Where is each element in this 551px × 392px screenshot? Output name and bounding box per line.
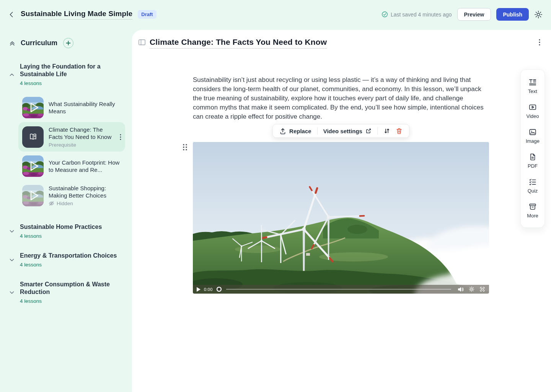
video-settings-button[interactable]: Video settings [322, 128, 373, 134]
save-status: Last saved 4 minutes ago [381, 11, 452, 18]
chevron-left-icon [8, 11, 15, 18]
player-settings-button[interactable] [469, 286, 474, 292]
kebab-menu-icon [120, 134, 121, 140]
palette-label: Video [526, 113, 539, 119]
playback-time: 0:00 [204, 287, 213, 292]
gear-icon [534, 10, 543, 19]
palette-label: Image [526, 138, 540, 144]
video-toolbar: Replace Video settings [272, 124, 409, 138]
replace-label: Replace [289, 128, 311, 134]
section-title: Smarter Consumption & Waste Reduction [20, 281, 118, 296]
video-thumbnail [22, 185, 44, 206]
lesson-title: Climate Change: The Facts You Need to Kn… [49, 126, 115, 140]
layout-panel-icon [139, 39, 145, 45]
text-block-icon [528, 78, 537, 87]
lesson-menu-button[interactable] [120, 134, 121, 140]
speaker-icon [458, 287, 464, 292]
curriculum-header: Curriculum [0, 38, 132, 48]
preview-button[interactable]: Preview [457, 8, 491, 21]
video-player[interactable]: 0:00 [193, 142, 489, 294]
scrubber-handle[interactable] [216, 286, 222, 292]
section-lesson-count: 4 lessons [20, 80, 118, 86]
chevron-down-icon [9, 228, 15, 234]
lesson-row[interactable]: What Sustainability Really Means [18, 93, 125, 122]
eye-off-icon [49, 201, 54, 206]
upload-icon [279, 127, 286, 134]
curriculum-title: Curriculum [21, 39, 57, 47]
fullscreen-button[interactable] [479, 286, 485, 292]
settings-gear-button[interactable] [534, 10, 543, 19]
video-frame-windfarm [193, 142, 489, 294]
collapse-all-button[interactable] [9, 40, 16, 47]
curriculum-section: Sustainable Home Practices 4 lessons [0, 223, 132, 239]
add-image-block-button[interactable]: Image [521, 124, 544, 149]
play-button[interactable] [197, 287, 201, 292]
video-settings-label: Video settings [323, 128, 362, 134]
open-book-icon [28, 132, 38, 142]
block-palette: Text Video Image PDF Quiz More [520, 69, 545, 228]
reading-tile [22, 126, 44, 148]
plus-icon [66, 41, 71, 46]
lesson-title: What Sustainability Really Means [49, 100, 121, 115]
page-title[interactable]: Climate Change: The Facts You Need to Kn… [150, 38, 327, 49]
publish-button[interactable]: Publish [496, 8, 529, 21]
section-title: Energy & Transportation Choices [20, 252, 118, 260]
section-title: Laying the Foundation for a Sustainable … [20, 63, 118, 78]
add-pdf-block-button[interactable]: PDF [521, 149, 544, 173]
play-icon [197, 287, 201, 292]
lesson-row-hidden[interactable]: Sustainable Shopping: Making Better Choi… [18, 181, 125, 210]
section-header[interactable]: Smarter Consumption & Waste Reduction 4 … [0, 281, 132, 304]
course-title[interactable]: Sustainable Living Made Simple [21, 10, 132, 20]
lesson-row[interactable]: Your Carbon Footprint: How to Measure an… [18, 152, 125, 181]
volume-button[interactable] [458, 287, 464, 292]
lesson-title: Sustainable Shopping: Making Better Choi… [49, 185, 121, 199]
more-blocks-icon [528, 203, 537, 211]
lesson-paragraph[interactable]: Sustainability isn’t just about recyclin… [193, 75, 489, 121]
drag-handle[interactable] [183, 144, 187, 152]
palette-label: PDF [528, 163, 538, 169]
palette-label: More [527, 213, 538, 219]
replace-button[interactable]: Replace [278, 127, 313, 134]
back-button[interactable] [8, 11, 15, 18]
lesson-tag: Prerequisite [49, 142, 115, 148]
lesson-options-button[interactable] [539, 39, 540, 46]
section-lesson-count: 4 lessons [20, 262, 118, 268]
section-header[interactable]: Sustainable Home Practices 4 lessons [0, 223, 132, 239]
add-quiz-block-button[interactable]: Quiz [521, 173, 544, 198]
curriculum-section: Smarter Consumption & Waste Reduction 4 … [0, 281, 132, 304]
chevron-up-icon [9, 72, 15, 78]
section-header[interactable]: Laying the Foundation for a Sustainable … [0, 63, 132, 86]
double-chevron-up-icon [9, 40, 16, 47]
pdf-block-icon [528, 153, 537, 161]
video-thumbnail [22, 155, 44, 177]
section-title: Sustainable Home Practices [20, 223, 118, 231]
video-block: Replace Video settings [193, 142, 489, 294]
lesson-list: What Sustainability Really Means Climate… [18, 93, 125, 210]
reorder-button[interactable] [382, 127, 392, 134]
toolbar-divider [317, 127, 318, 135]
lesson-tag: Hidden [57, 201, 73, 206]
fullscreen-icon [479, 286, 485, 292]
sort-arrows-icon [383, 127, 390, 134]
video-block-icon [528, 103, 537, 111]
chevron-down-icon [9, 257, 15, 263]
lesson-title: Your Carbon Footprint: How to Measure an… [49, 159, 121, 173]
quiz-block-icon [528, 178, 537, 186]
palette-label: Text [528, 88, 537, 94]
gear-icon [469, 286, 474, 292]
section-header[interactable]: Energy & Transportation Choices 4 lesson… [0, 252, 132, 268]
video-thumbnail [22, 97, 44, 118]
curriculum-section: Laying the Foundation for a Sustainable … [0, 63, 132, 210]
add-text-block-button[interactable]: Text [521, 74, 544, 99]
add-more-block-button[interactable]: More [521, 198, 544, 223]
lesson-row-selected[interactable]: Climate Change: The Facts You Need to Kn… [18, 122, 125, 152]
progress-bar[interactable] [226, 289, 451, 290]
trash-icon [396, 127, 403, 134]
section-lesson-count: 4 lessons [20, 298, 118, 304]
delete-button[interactable] [394, 127, 404, 134]
add-section-button[interactable] [63, 38, 73, 48]
toggle-sidebar-button[interactable] [139, 39, 145, 45]
add-video-block-button[interactable]: Video [521, 99, 544, 124]
toolbar-divider [377, 127, 378, 135]
curriculum-section: Energy & Transportation Choices 4 lesson… [0, 252, 132, 268]
